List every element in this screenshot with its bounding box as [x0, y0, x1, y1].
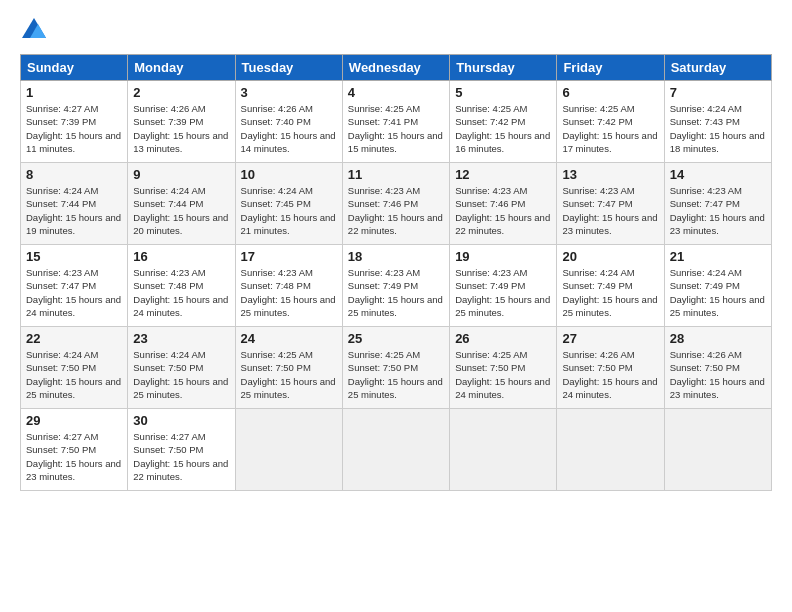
header [20, 16, 772, 44]
table-row [664, 409, 771, 491]
table-row: 26 Sunrise: 4:25 AMSunset: 7:50 PMDaylig… [450, 327, 557, 409]
table-row: 30 Sunrise: 4:27 AMSunset: 7:50 PMDaylig… [128, 409, 235, 491]
day-info: Sunrise: 4:23 AMSunset: 7:48 PMDaylight:… [133, 266, 229, 319]
day-number: 15 [26, 249, 122, 264]
day-number: 16 [133, 249, 229, 264]
logo-icon [20, 16, 48, 44]
day-info: Sunrise: 4:23 AMSunset: 7:47 PMDaylight:… [670, 184, 766, 237]
day-info: Sunrise: 4:24 AMSunset: 7:50 PMDaylight:… [26, 348, 122, 401]
day-info: Sunrise: 4:26 AMSunset: 7:40 PMDaylight:… [241, 102, 337, 155]
table-row: 27 Sunrise: 4:26 AMSunset: 7:50 PMDaylig… [557, 327, 664, 409]
day-info: Sunrise: 4:23 AMSunset: 7:46 PMDaylight:… [348, 184, 444, 237]
table-row: 29 Sunrise: 4:27 AMSunset: 7:50 PMDaylig… [21, 409, 128, 491]
day-number: 18 [348, 249, 444, 264]
day-number: 2 [133, 85, 229, 100]
col-saturday: Saturday [664, 55, 771, 81]
page: Sunday Monday Tuesday Wednesday Thursday… [0, 0, 792, 612]
col-monday: Monday [128, 55, 235, 81]
table-row [235, 409, 342, 491]
day-number: 3 [241, 85, 337, 100]
table-row: 13 Sunrise: 4:23 AMSunset: 7:47 PMDaylig… [557, 163, 664, 245]
table-row: 14 Sunrise: 4:23 AMSunset: 7:47 PMDaylig… [664, 163, 771, 245]
table-row: 20 Sunrise: 4:24 AMSunset: 7:49 PMDaylig… [557, 245, 664, 327]
day-info: Sunrise: 4:27 AMSunset: 7:39 PMDaylight:… [26, 102, 122, 155]
day-number: 12 [455, 167, 551, 182]
logo [20, 16, 52, 44]
table-row [450, 409, 557, 491]
day-info: Sunrise: 4:27 AMSunset: 7:50 PMDaylight:… [133, 430, 229, 483]
day-number: 22 [26, 331, 122, 346]
day-number: 9 [133, 167, 229, 182]
table-row: 9 Sunrise: 4:24 AMSunset: 7:44 PMDayligh… [128, 163, 235, 245]
table-row: 11 Sunrise: 4:23 AMSunset: 7:46 PMDaylig… [342, 163, 449, 245]
day-number: 13 [562, 167, 658, 182]
calendar-week-1: 1 Sunrise: 4:27 AMSunset: 7:39 PMDayligh… [21, 81, 772, 163]
day-number: 29 [26, 413, 122, 428]
day-number: 10 [241, 167, 337, 182]
day-info: Sunrise: 4:24 AMSunset: 7:50 PMDaylight:… [133, 348, 229, 401]
table-row: 1 Sunrise: 4:27 AMSunset: 7:39 PMDayligh… [21, 81, 128, 163]
day-info: Sunrise: 4:25 AMSunset: 7:50 PMDaylight:… [348, 348, 444, 401]
day-info: Sunrise: 4:24 AMSunset: 7:45 PMDaylight:… [241, 184, 337, 237]
day-number: 14 [670, 167, 766, 182]
day-number: 8 [26, 167, 122, 182]
day-number: 11 [348, 167, 444, 182]
day-number: 30 [133, 413, 229, 428]
table-row: 28 Sunrise: 4:26 AMSunset: 7:50 PMDaylig… [664, 327, 771, 409]
table-row: 25 Sunrise: 4:25 AMSunset: 7:50 PMDaylig… [342, 327, 449, 409]
table-row: 3 Sunrise: 4:26 AMSunset: 7:40 PMDayligh… [235, 81, 342, 163]
day-info: Sunrise: 4:24 AMSunset: 7:43 PMDaylight:… [670, 102, 766, 155]
day-number: 23 [133, 331, 229, 346]
table-row: 18 Sunrise: 4:23 AMSunset: 7:49 PMDaylig… [342, 245, 449, 327]
day-info: Sunrise: 4:24 AMSunset: 7:44 PMDaylight:… [26, 184, 122, 237]
day-info: Sunrise: 4:25 AMSunset: 7:41 PMDaylight:… [348, 102, 444, 155]
table-row: 7 Sunrise: 4:24 AMSunset: 7:43 PMDayligh… [664, 81, 771, 163]
table-row: 24 Sunrise: 4:25 AMSunset: 7:50 PMDaylig… [235, 327, 342, 409]
table-row [342, 409, 449, 491]
table-row: 21 Sunrise: 4:24 AMSunset: 7:49 PMDaylig… [664, 245, 771, 327]
table-row: 4 Sunrise: 4:25 AMSunset: 7:41 PMDayligh… [342, 81, 449, 163]
day-number: 7 [670, 85, 766, 100]
day-number: 21 [670, 249, 766, 264]
table-row: 15 Sunrise: 4:23 AMSunset: 7:47 PMDaylig… [21, 245, 128, 327]
calendar-week-4: 22 Sunrise: 4:24 AMSunset: 7:50 PMDaylig… [21, 327, 772, 409]
col-friday: Friday [557, 55, 664, 81]
col-tuesday: Tuesday [235, 55, 342, 81]
day-info: Sunrise: 4:27 AMSunset: 7:50 PMDaylight:… [26, 430, 122, 483]
col-wednesday: Wednesday [342, 55, 449, 81]
calendar-week-2: 8 Sunrise: 4:24 AMSunset: 7:44 PMDayligh… [21, 163, 772, 245]
calendar-table: Sunday Monday Tuesday Wednesday Thursday… [20, 54, 772, 491]
day-info: Sunrise: 4:26 AMSunset: 7:50 PMDaylight:… [670, 348, 766, 401]
table-row: 17 Sunrise: 4:23 AMSunset: 7:48 PMDaylig… [235, 245, 342, 327]
table-row: 22 Sunrise: 4:24 AMSunset: 7:50 PMDaylig… [21, 327, 128, 409]
table-row: 19 Sunrise: 4:23 AMSunset: 7:49 PMDaylig… [450, 245, 557, 327]
day-number: 5 [455, 85, 551, 100]
day-info: Sunrise: 4:23 AMSunset: 7:46 PMDaylight:… [455, 184, 551, 237]
day-number: 24 [241, 331, 337, 346]
day-number: 28 [670, 331, 766, 346]
calendar-week-5: 29 Sunrise: 4:27 AMSunset: 7:50 PMDaylig… [21, 409, 772, 491]
day-info: Sunrise: 4:24 AMSunset: 7:49 PMDaylight:… [562, 266, 658, 319]
day-number: 20 [562, 249, 658, 264]
table-row: 2 Sunrise: 4:26 AMSunset: 7:39 PMDayligh… [128, 81, 235, 163]
table-row: 12 Sunrise: 4:23 AMSunset: 7:46 PMDaylig… [450, 163, 557, 245]
day-number: 26 [455, 331, 551, 346]
day-info: Sunrise: 4:25 AMSunset: 7:42 PMDaylight:… [455, 102, 551, 155]
col-thursday: Thursday [450, 55, 557, 81]
table-row: 6 Sunrise: 4:25 AMSunset: 7:42 PMDayligh… [557, 81, 664, 163]
day-info: Sunrise: 4:24 AMSunset: 7:44 PMDaylight:… [133, 184, 229, 237]
day-info: Sunrise: 4:25 AMSunset: 7:50 PMDaylight:… [241, 348, 337, 401]
day-number: 17 [241, 249, 337, 264]
day-info: Sunrise: 4:23 AMSunset: 7:47 PMDaylight:… [26, 266, 122, 319]
day-info: Sunrise: 4:23 AMSunset: 7:49 PMDaylight:… [348, 266, 444, 319]
day-number: 27 [562, 331, 658, 346]
table-row: 23 Sunrise: 4:24 AMSunset: 7:50 PMDaylig… [128, 327, 235, 409]
day-info: Sunrise: 4:26 AMSunset: 7:39 PMDaylight:… [133, 102, 229, 155]
table-row: 16 Sunrise: 4:23 AMSunset: 7:48 PMDaylig… [128, 245, 235, 327]
day-info: Sunrise: 4:23 AMSunset: 7:49 PMDaylight:… [455, 266, 551, 319]
table-row: 5 Sunrise: 4:25 AMSunset: 7:42 PMDayligh… [450, 81, 557, 163]
table-row: 8 Sunrise: 4:24 AMSunset: 7:44 PMDayligh… [21, 163, 128, 245]
col-sunday: Sunday [21, 55, 128, 81]
day-info: Sunrise: 4:26 AMSunset: 7:50 PMDaylight:… [562, 348, 658, 401]
day-number: 4 [348, 85, 444, 100]
